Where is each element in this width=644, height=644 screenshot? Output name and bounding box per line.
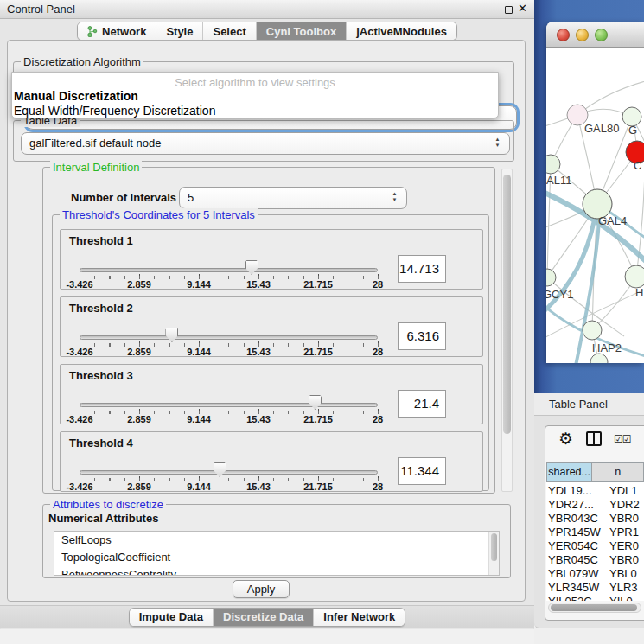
cell[interactable]: YDL19... [546, 484, 608, 498]
scale-label: -3.426 [66, 481, 92, 492]
threshold-1-value-field[interactable]: 14.713 [398, 255, 446, 283]
scale-label: 15.43 [246, 481, 271, 492]
threshold-1-slider-track[interactable] [80, 268, 378, 272]
numerical-attributes-list[interactable]: SelfLoops TopologicalCoefficient Between… [54, 531, 500, 576]
list-scrollbar-thumb[interactable] [491, 533, 497, 561]
threshold-2-slider-handle[interactable] [165, 328, 178, 342]
cell[interactable]: YPR1 [608, 526, 644, 539]
table-row[interactable]: YDL19... YDL1 [546, 484, 644, 498]
cell[interactable]: YBR0 [608, 553, 644, 567]
tab-discretize-data[interactable]: Discretize Data [213, 609, 313, 626]
list-item[interactable]: BetweennessCentrality [54, 566, 499, 576]
cell[interactable]: YER054C [546, 539, 608, 553]
threshold-4-value-field[interactable]: 11.344 [398, 457, 446, 485]
gear-icon[interactable]: ⚙ [558, 429, 573, 449]
tab-network[interactable]: Network [78, 22, 156, 40]
threshold-2-slider-track[interactable] [80, 335, 378, 340]
threshold-3-slider-track[interactable] [80, 403, 378, 407]
threshold-3-label: Threshold 3 [69, 369, 133, 382]
dropdown-option-equal-width[interactable]: Equal Width/Frequency Discretization [14, 104, 215, 118]
threshold-3-value-field[interactable]: 21.4 [398, 390, 446, 418]
columns-icon[interactable] [586, 431, 602, 446]
table-horizontal-scrollbar[interactable] [548, 603, 641, 613]
threshold-1-box: Threshold 1 -3.4262.8599.14415.4321.7152… [60, 229, 483, 290]
table-panel-title: Table Panel [549, 398, 608, 411]
thresholds-group: Threshold's Coordinates for 5 Intervals … [52, 214, 489, 491]
table-row[interactable]: YER054C YER0 [546, 539, 644, 553]
scale-label: 28 [373, 481, 383, 492]
table-row[interactable]: YBL079W YBL0 [546, 567, 644, 581]
cell[interactable]: YLR3 [608, 581, 644, 595]
attributes-group-label: Attributes to discretize [50, 498, 166, 511]
node-hap2[interactable] [583, 321, 602, 340]
threshold-4-slider-handle[interactable] [214, 462, 226, 477]
table-data-combo[interactable]: galFiltered.sif default node ▲ ▼ [21, 132, 510, 155]
tab-infer-network[interactable]: Infer Network [313, 609, 405, 626]
table-rows: YDL19... YDL1 YDR27... YDR2 YBR043C YBR0… [546, 484, 644, 601]
cell[interactable]: YER0 [608, 539, 644, 553]
bottom-strip [0, 629, 534, 644]
tab-style[interactable]: Style [156, 22, 202, 40]
column-header-name[interactable]: n [592, 462, 644, 482]
table-row[interactable]: YLR345W YLR3 [546, 581, 644, 595]
cell[interactable]: YIL0 [608, 595, 644, 601]
scale-label: 15.43 [246, 279, 271, 290]
stepper-up-icon: ▲ [495, 137, 501, 142]
table-horizontal-scrollbar-thumb[interactable] [551, 604, 637, 611]
node-label: GAL11 [546, 174, 572, 187]
scale-label: 28 [373, 414, 383, 424]
tab-select[interactable]: Select [202, 22, 255, 40]
cell[interactable]: YDL1 [608, 484, 644, 498]
tab-impute-data[interactable]: Impute Data [130, 609, 213, 626]
interval-definition-label: Interval Definition [50, 161, 142, 174]
threshold-3-slider-handle[interactable] [309, 395, 322, 410]
settings-scrollbar-thumb[interactable] [503, 175, 511, 434]
cell[interactable]: YPR145W [546, 526, 608, 539]
cell[interactable]: YBL0 [608, 567, 644, 581]
cell[interactable]: YIL052C [546, 595, 608, 601]
column-header-shared[interactable]: shared... [546, 462, 592, 482]
scale-label: 28 [373, 279, 383, 290]
threshold-1-slider-handle[interactable] [245, 260, 258, 275]
table-row[interactable]: YPR145W YPR1 [546, 526, 644, 539]
scale-label: 15.43 [246, 414, 271, 424]
threshold-2-value-field[interactable]: 6.316 [398, 322, 446, 350]
threshold-4-slider-track[interactable] [80, 470, 378, 475]
scale-label: 28 [373, 347, 383, 357]
cell[interactable]: YLR345W [546, 581, 608, 595]
node-right-h[interactable] [625, 265, 644, 288]
cell[interactable]: YDR2 [608, 498, 644, 512]
cell[interactable]: YBL079W [546, 567, 608, 581]
panel-title: Control Panel [7, 3, 75, 16]
table-row[interactable]: YBR045C YBR0 [546, 553, 644, 567]
table-row[interactable]: YBR043C YBR0 [546, 512, 644, 526]
combo-stepper-icon[interactable]: ▲ ▼ [494, 137, 501, 149]
node-bottom[interactable] [590, 354, 608, 363]
tab-jactivemnodules[interactable]: jActiveMNodules [346, 22, 456, 40]
cell[interactable]: YBR045C [546, 553, 608, 567]
table-data-group: Table Data galFiltered.sif default node … [13, 120, 514, 162]
settings-scrollbar[interactable] [501, 169, 513, 492]
number-of-intervals-combo[interactable]: 5 ▲ ▼ [179, 187, 407, 209]
cell[interactable]: YDR27... [546, 498, 608, 512]
list-item[interactable]: SelfLoops [54, 532, 499, 549]
dropdown-option-manual[interactable]: Manual Discretization [14, 89, 138, 103]
attributes-group: Attributes to discretize Numerical Attri… [42, 504, 511, 578]
combo-stepper-icon[interactable]: ▲ ▼ [391, 191, 399, 203]
tab-cyni-toolbox[interactable]: Cyni Toolbox [256, 22, 346, 40]
cell[interactable]: YBR0 [608, 512, 644, 526]
close-traffic-light[interactable] [557, 29, 570, 41]
tab-network-label: Network [102, 25, 146, 38]
checkbox-icons[interactable]: ☑☑ [614, 433, 631, 445]
zoom-traffic-light[interactable] [595, 29, 608, 41]
close-icon[interactable]: ✕ [518, 2, 527, 15]
cell[interactable]: YBR043C [546, 512, 608, 526]
float-window-icon[interactable] [505, 6, 513, 14]
table-row[interactable]: YIL052C YIL0 [546, 595, 644, 601]
apply-button[interactable]: Apply [233, 580, 290, 598]
list-item[interactable]: TopologicalCoefficient [54, 549, 499, 566]
minimize-traffic-light[interactable] [576, 29, 589, 41]
table-row[interactable]: YDR27... YDR2 [546, 498, 644, 512]
list-scrollbar[interactable] [488, 532, 499, 575]
network-canvas[interactable]: GAL80 G GAL11 GAL4 GCY1 H HAP2 C [546, 48, 644, 363]
